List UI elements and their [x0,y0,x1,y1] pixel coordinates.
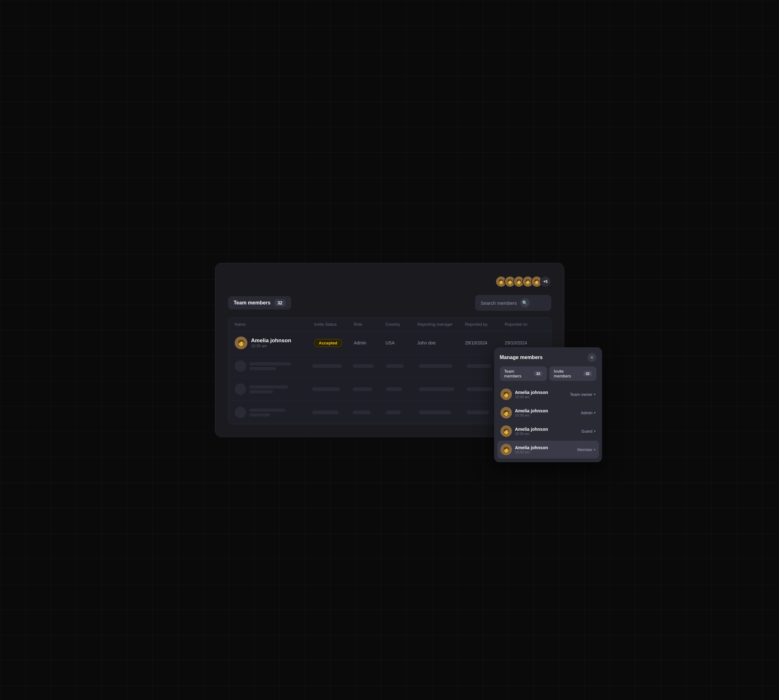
panel-member-name-4: Amelia johnson [515,445,548,450]
search-placeholder: Search members [481,300,517,306]
skel-circle-1 [235,360,246,372]
chevron-icon-3: ▾ [594,429,596,433]
skel-line [249,362,291,365]
panel-member-row-2[interactable]: 🧑 Amelia johnson 10:30 am Admin ▾ [497,404,599,422]
skel-block [467,364,491,368]
panel-member-time-4: 10:30 am [515,450,548,454]
skel-block [353,364,374,368]
role-cell: Admin [354,340,385,345]
skel-line [249,413,270,417]
skel-block [386,387,402,391]
manage-members-panel: Manage members ✕ Team members 32 Invite … [494,347,602,462]
panel-name-block-2: Amelia johnson 10:30 am [515,408,548,417]
table-header: Name Invite Status Role Country Reportin… [229,317,551,332]
member-name-block: Amelia johnson 10:30 am [251,337,292,348]
skel-line [249,367,276,370]
panel-members-list: 🧑 Amelia johnson 10:30 am Team owner ▾ 🧑… [494,385,602,462]
panel-avatar-4: 🧑 [500,444,512,455]
skel-block [419,387,455,391]
panel-member-left-1: 🧑 Amelia johnson 10:30 am [500,388,548,400]
col-reporting-manager: Reporting manager [417,322,465,327]
search-box[interactable]: Search members 🔍 [475,295,551,311]
skel-block [386,410,401,414]
main-window: 🧑 🧑 🧑 🧑 🧑 +5 Team members 32 Search memb… [215,263,564,437]
panel-member-left-2: 🧑 Amelia johnson 10:30 am [500,407,548,418]
panel-member-name-2: Amelia johnson [515,408,548,413]
panel-member-left-3: 🧑 Amelia johnson 10:30 am [500,425,548,437]
panel-avatar-3: 🧑 [500,425,512,437]
role-label-1: Team owner [570,392,592,397]
panel-avatar-2: 🧑 [500,407,512,418]
panel-member-name-1: Amelia johnson [515,390,548,395]
panel-name-block-3: Amelia johnson 10:30 am [515,427,548,435]
role-label-2: Admin [581,410,592,415]
panel-role-3: Guest ▾ [582,429,596,433]
panel-avatar-1: 🧑 [500,388,512,400]
panel-member-time-1: 10:30 am [515,395,548,399]
panel-member-row-1[interactable]: 🧑 Amelia johnson 10:30 am Team owner ▾ [497,385,599,403]
role-label-3: Guest [582,429,592,433]
skel-block [353,387,372,391]
team-members-count: 32 [274,299,286,307]
skel-line [249,385,289,388]
skel-block [467,410,489,414]
panel-member-time-2: 10:30 am [515,413,548,417]
skel-block [419,364,452,368]
panel-header: Manage members ✕ [494,347,602,367]
invite-status-cell: Accepted [314,339,354,347]
col-role: Role [354,322,385,327]
panel-role-4: Member ▾ [577,447,596,452]
tab-team-members-count: 32 [534,371,542,376]
tab-invite-members[interactable]: Invite members 32 [549,367,596,381]
skel-circle-2 [235,383,246,395]
skel-block [312,364,342,368]
panel-tabs: Team members 32 Invite members 32 [494,367,602,385]
role-label-4: Member [577,447,592,452]
skel-lines-2 [249,385,309,393]
col-country: Country [385,322,417,327]
close-button[interactable]: ✕ [587,353,596,362]
panel-role-2: Admin ▾ [581,410,596,415]
team-members-label: Team members [234,300,270,306]
skel-block [419,410,451,414]
reported-by-cell: 29/10/2024 [465,340,505,345]
chevron-icon-1: ▾ [594,392,596,397]
header-row: 🧑 🧑 🧑 🧑 🧑 +5 [228,276,551,287]
panel-member-row-4[interactable]: 🧑 Amelia johnson 10:30 am Member ▾ [497,441,599,458]
avatar-stack: 🧑 🧑 🧑 🧑 🧑 +5 [495,276,551,287]
reporting-manager-cell: John doe [417,340,465,345]
tab-invite-members-count: 32 [583,371,592,376]
search-icon[interactable]: 🔍 [520,298,530,308]
member-time: 10:30 am [251,344,292,348]
skel-block [386,364,404,368]
skel-cell-3 [235,407,309,418]
panel-title: Manage members [500,355,543,360]
member-name: Amelia johnson [251,337,292,344]
chevron-icon-2: ▾ [594,411,596,415]
tab-team-members-label: Team members [504,369,532,378]
skel-cell-1 [235,360,309,372]
skel-lines-1 [249,362,309,370]
panel-member-name-3: Amelia johnson [515,427,548,432]
panel-role-1: Team owner ▾ [570,392,596,397]
skel-lines-3 [249,408,309,417]
panel-member-row-3[interactable]: 🧑 Amelia johnson 10:30 am Guest ▾ [497,422,599,440]
controls-row: Team members 32 Search members 🔍 [228,295,551,311]
skel-block [467,387,493,391]
member-avatar: 🧑 [235,337,247,349]
panel-member-left-4: 🧑 Amelia johnson 10:30 am [500,444,548,455]
skel-block [353,410,370,414]
tab-invite-members-label: Invite members [554,369,581,378]
chevron-icon-4: ▾ [594,448,596,452]
tab-team-members[interactable]: Team members 32 [500,367,547,381]
panel-name-block-4: Amelia johnson 10:30 am [515,445,548,454]
col-name: Name [235,322,314,327]
country-cell: USA [385,340,417,345]
status-accepted-badge: Accepted [314,339,342,347]
team-members-badge[interactable]: Team members 32 [228,296,292,310]
skel-cell-2 [235,383,309,395]
col-reported-on: Reported on [505,322,544,327]
skel-circle-3 [235,407,246,418]
panel-name-block-1: Amelia johnson 10:30 am [515,390,548,399]
reported-on-cell: 29/10/2024 [505,340,544,345]
